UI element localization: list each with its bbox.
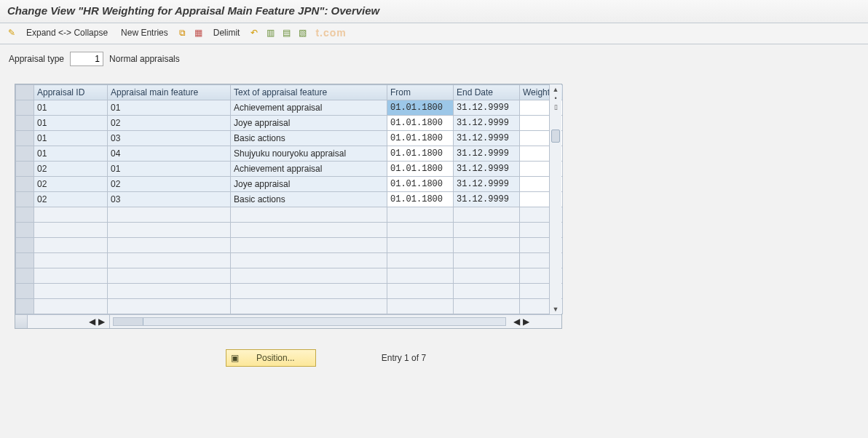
col-text-feature[interactable]: Text of appraisal feature [231, 85, 387, 100]
table-row-empty[interactable] [16, 253, 563, 268]
col-select[interactable] [16, 85, 34, 100]
row-selector[interactable] [16, 207, 34, 223]
entry-status: Entry 1 of 7 [382, 353, 426, 363]
cell-main-feature[interactable]: 02 [108, 116, 231, 131]
cell-text-feature[interactable]: Achievement appraisal [231, 100, 387, 116]
table-row-empty[interactable] [16, 238, 563, 253]
row-selector[interactable] [16, 223, 34, 238]
horizontal-scrollbar[interactable]: ◀ ▶ ◀ ▶ [15, 314, 561, 328]
cell-end-date[interactable]: 31.12.9999 [454, 162, 520, 177]
col-appraisal-id[interactable]: Appraisal ID [34, 85, 108, 100]
row-selector[interactable] [16, 238, 34, 253]
watermark-text: t.com [315, 27, 346, 39]
hscroll-left2-icon[interactable]: ◀ [513, 316, 520, 327]
hscroll-left-icon[interactable]: ◀ [89, 316, 95, 327]
new-entries-button[interactable]: New Entries [117, 26, 173, 39]
cell-text-feature[interactable]: Achievement appraisal [231, 162, 387, 177]
col-end-date[interactable]: End Date [454, 85, 520, 100]
cell-end-date[interactable]: 31.12.9999 [454, 116, 520, 131]
cell-main-feature[interactable]: 03 [108, 131, 231, 146]
position-button[interactable]: ▣ Position... [226, 349, 316, 367]
cell-appraisal-id[interactable]: 01 [34, 146, 108, 162]
row-selector[interactable] [16, 192, 34, 207]
cell-text-feature[interactable]: Basic actions [231, 192, 387, 207]
cell-from[interactable]: 01.01.1800 [387, 192, 454, 207]
cell-text-feature[interactable]: Joye appraisal [231, 116, 387, 131]
appraisal-type-input[interactable] [70, 52, 103, 66]
edit-icon[interactable]: ✎ [6, 27, 17, 39]
cell-appraisal-id[interactable]: 02 [34, 177, 108, 192]
table-row-empty[interactable] [16, 299, 563, 314]
paste-icon[interactable]: ▦ [193, 27, 205, 39]
cell-end-date[interactable]: 31.12.9999 [454, 146, 520, 162]
select-all-icon[interactable]: ▥ [264, 27, 276, 39]
row-selector[interactable] [16, 131, 34, 146]
filter-row: Appraisal type Normal appraisals [0, 44, 868, 73]
expand-collapse-button[interactable]: Expand <-> Collapse [22, 26, 112, 39]
copy-icon[interactable]: ⧉ [177, 27, 189, 39]
cell-end-date[interactable]: 31.12.9999 [454, 100, 520, 116]
row-selector[interactable] [16, 100, 34, 116]
scroll-up-icon[interactable]: ▲ [553, 86, 559, 93]
deselect-icon[interactable]: ▧ [296, 27, 308, 39]
col-main-feature[interactable]: Appraisal main feature [108, 85, 231, 100]
table-row[interactable]: 0104Shujyuku nouryoku appraisal01.01.180… [16, 146, 563, 162]
delimit-button[interactable]: Delimit [209, 26, 245, 39]
cell-from[interactable]: 01.01.1800 [387, 146, 454, 162]
cell-main-feature[interactable]: 01 [108, 162, 231, 177]
cell-end-date[interactable]: 31.12.9999 [454, 192, 520, 207]
cell-main-feature[interactable]: 01 [108, 100, 231, 116]
table-row-empty[interactable] [16, 207, 563, 223]
cell-main-feature[interactable]: 04 [108, 146, 231, 162]
table-row-empty[interactable] [16, 268, 563, 284]
cell-text-feature[interactable]: Joye appraisal [231, 177, 387, 192]
cell-appraisal-id[interactable]: 01 [34, 131, 108, 146]
col-from[interactable]: From [387, 85, 454, 100]
vertical-scrollbar[interactable]: ▲ • ▯ ▼ [549, 84, 561, 314]
hscroll-track[interactable] [113, 317, 506, 326]
row-selector[interactable] [16, 116, 34, 131]
table-row-empty[interactable] [16, 223, 563, 238]
row-selector[interactable] [16, 299, 34, 314]
cell-end-date[interactable]: 31.12.9999 [454, 131, 520, 146]
table-row[interactable]: 0202Joye appraisal01.01.180031.12.9999 [16, 177, 563, 192]
grid: Appraisal ID Appraisal main feature Text… [15, 84, 563, 314]
cell-text-feature[interactable]: Basic actions [231, 131, 387, 146]
scroll-grip-icon[interactable]: ▯ [554, 103, 558, 111]
cell-from[interactable]: 01.01.1800 [387, 131, 454, 146]
table-row-empty[interactable] [16, 284, 563, 299]
cell-appraisal-id[interactable]: 01 [34, 116, 108, 131]
table-row[interactable]: 0201Achievement appraisal01.01.180031.12… [16, 162, 563, 177]
app-toolbar: ✎ Expand <-> Collapse New Entries ⧉ ▦ De… [0, 23, 868, 44]
scrollbar-thumb[interactable] [551, 130, 560, 143]
cell-end-date[interactable]: 31.12.9999 [454, 177, 520, 192]
table-row[interactable]: 0101Achievement appraisal01.01.180031.12… [16, 100, 563, 116]
cell-from[interactable]: 01.01.1800 [387, 116, 454, 131]
scroll-dot-icon[interactable]: • [554, 95, 556, 102]
row-selector[interactable] [16, 253, 34, 268]
scroll-down-icon[interactable]: ▼ [553, 306, 559, 313]
select-block-icon[interactable]: ▤ [280, 27, 292, 39]
row-selector[interactable] [16, 162, 34, 177]
cell-main-feature[interactable]: 03 [108, 192, 231, 207]
undo-icon[interactable]: ↶ [248, 27, 260, 39]
table-footer: ▣ Position... Entry 1 of 7 [15, 349, 561, 367]
hscroll-right2-icon[interactable]: ▶ [523, 316, 529, 327]
hscroll-thumb[interactable] [114, 318, 143, 325]
row-selector[interactable] [16, 268, 34, 284]
cell-appraisal-id[interactable]: 02 [34, 192, 108, 207]
cell-from[interactable]: 01.01.1800 [387, 100, 454, 116]
table-row[interactable]: 0103Basic actions01.01.180031.12.9999 [16, 131, 563, 146]
cell-from[interactable]: 01.01.1800 [387, 162, 454, 177]
row-selector[interactable] [16, 284, 34, 299]
table-row[interactable]: 0102Joye appraisal01.01.180031.12.9999 [16, 116, 563, 131]
row-selector[interactable] [16, 146, 34, 162]
cell-appraisal-id[interactable]: 01 [34, 100, 108, 116]
cell-from[interactable]: 01.01.1800 [387, 177, 454, 192]
cell-appraisal-id[interactable]: 02 [34, 162, 108, 177]
cell-main-feature[interactable]: 02 [108, 177, 231, 192]
hscroll-right-icon[interactable]: ▶ [98, 316, 105, 327]
cell-text-feature[interactable]: Shujyuku nouryoku appraisal [231, 146, 387, 162]
table-row[interactable]: 0203Basic actions01.01.180031.12.9999 [16, 192, 563, 207]
row-selector[interactable] [16, 177, 34, 192]
